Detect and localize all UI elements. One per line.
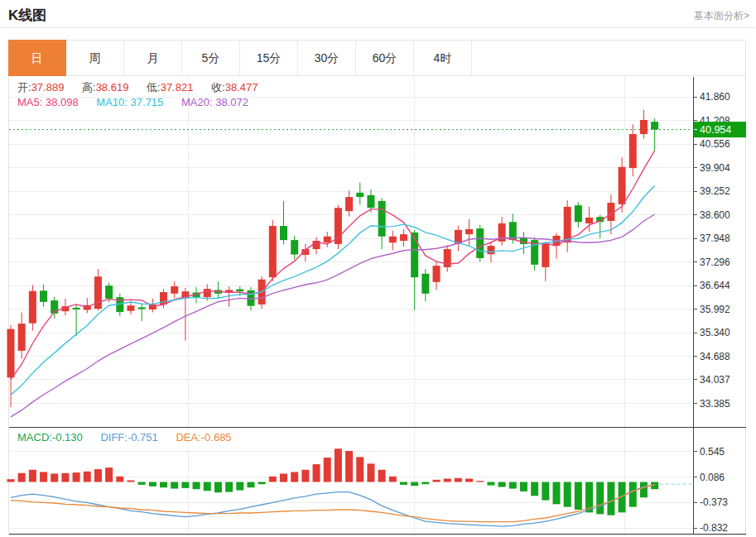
- candle-body: [651, 122, 658, 129]
- price-axis-label: 34.688: [700, 351, 730, 362]
- tab-60分[interactable]: 60分: [356, 41, 414, 75]
- macd-bar: [40, 472, 47, 482]
- macd-bar: [171, 482, 178, 489]
- macd-bar: [421, 482, 429, 485]
- ma10-label: MA10:: [96, 96, 128, 108]
- candle-body: [542, 244, 549, 267]
- price-axis-label: 39.904: [700, 162, 730, 174]
- candle-body: [18, 324, 26, 351]
- candle-body: [29, 291, 36, 324]
- tab-日[interactable]: 日: [8, 40, 66, 76]
- candle-body: [291, 240, 298, 254]
- price-axis-label: 37.948: [700, 233, 730, 244]
- price-axis-label: 41.860: [700, 91, 730, 103]
- macd-bar: [181, 482, 189, 488]
- candle-body: [73, 308, 80, 309]
- macd-value: -0.130: [52, 431, 83, 444]
- ma-readout: MA5: 38.098 MA10: 37.715 MA20: 38.072: [17, 96, 248, 108]
- candle-body: [105, 285, 113, 299]
- period-tab-bar: 日周月5分15分30分60分4时: [8, 40, 746, 76]
- macd-bar: [531, 482, 538, 496]
- candle-body: [619, 167, 626, 204]
- macd-axis-label: 0.545: [700, 446, 725, 458]
- macd-label: MACD:: [17, 431, 52, 444]
- macd-bar: [411, 482, 418, 487]
- open-value: 37.889: [31, 81, 65, 93]
- candle-body: [269, 226, 277, 277]
- candle-body: [127, 305, 134, 311]
- macd-bar: [138, 482, 146, 485]
- low-label: 低:: [147, 81, 161, 93]
- ohlc-readout: 开:37.889 高:38.619 低:37.821 收:38.477: [17, 80, 258, 95]
- candle-body: [476, 228, 484, 258]
- candle-body: [280, 226, 287, 240]
- candle-body: [629, 134, 637, 168]
- macd-bar: [389, 477, 397, 482]
- macd-bar: [7, 479, 15, 482]
- macd-bar: [149, 482, 156, 487]
- candle-body: [204, 289, 211, 297]
- macd-bar: [258, 482, 266, 485]
- macd-bar: [433, 480, 441, 482]
- macd-bar: [313, 464, 320, 482]
- macd-bar: [520, 482, 527, 491]
- macd-bar: [116, 477, 123, 482]
- candle-body: [575, 205, 582, 222]
- close-value: 38.477: [225, 81, 258, 93]
- macd-bar: [280, 473, 287, 482]
- ma5-label: MA5:: [17, 96, 42, 108]
- candle-body: [345, 197, 353, 211]
- macd-bar: [367, 463, 374, 482]
- high-label: 高:: [82, 81, 96, 93]
- macd-bar: [225, 482, 233, 492]
- macd-bar: [160, 482, 167, 488]
- title-divider: [0, 27, 754, 28]
- candle-body: [421, 274, 429, 294]
- macd-bar: [18, 473, 26, 482]
- fundamental-analysis-link[interactable]: 基本面分析>: [694, 9, 749, 23]
- price-axis-label: 33.385: [700, 398, 730, 410]
- macd-bar: [487, 482, 494, 486]
- candle-body: [564, 207, 571, 242]
- tab-4时[interactable]: 4时: [414, 41, 472, 75]
- candle-body: [487, 246, 494, 254]
- ma5-line: [11, 151, 655, 379]
- macd-bar: [476, 481, 484, 482]
- macd-bar: [542, 482, 549, 501]
- candle-body: [324, 237, 331, 242]
- macd-bar: [444, 478, 451, 482]
- macd-bar: [345, 451, 353, 482]
- macd-bar: [105, 467, 113, 482]
- macd-bar: [94, 469, 102, 482]
- macd-bar: [335, 448, 342, 482]
- candle-body: [433, 266, 441, 282]
- macd-axis-label: 0.086: [700, 472, 725, 483]
- macd-bar: [455, 478, 462, 482]
- macd-bar: [247, 482, 254, 488]
- tab-月[interactable]: 月: [124, 41, 182, 75]
- macd-bar: [61, 473, 69, 482]
- macd-bar: [193, 482, 200, 490]
- macd-bar: [575, 482, 582, 510]
- candle-body: [389, 237, 397, 242]
- macd-axis-label: -0.373: [700, 496, 728, 508]
- macd-bar: [324, 458, 331, 482]
- macd-bar: [73, 472, 80, 482]
- price-axis-label: 36.644: [700, 280, 730, 291]
- macd-axis-label: -0.832: [700, 522, 728, 534]
- tab-15分[interactable]: 15分: [240, 41, 298, 75]
- tab-30分[interactable]: 30分: [298, 41, 356, 75]
- macd-bar: [51, 473, 58, 482]
- price-axis-label: 34.037: [700, 374, 730, 386]
- macd-readout: MACD:-0.130 DIFF:-0.751 DEA:-0.685: [17, 431, 232, 444]
- tab-周[interactable]: 周: [66, 41, 124, 75]
- macd-bar: [356, 457, 364, 482]
- macd-bar: [236, 482, 243, 491]
- current-price-badge-value: 40.954: [700, 124, 731, 136]
- diff-value: -0.751: [128, 431, 158, 444]
- macd-bar: [214, 482, 222, 493]
- price-axis-label: 39.252: [700, 185, 730, 197]
- price-axis-label: 38.600: [700, 209, 730, 221]
- tab-5分[interactable]: 5分: [182, 41, 240, 75]
- candle-body: [378, 201, 386, 237]
